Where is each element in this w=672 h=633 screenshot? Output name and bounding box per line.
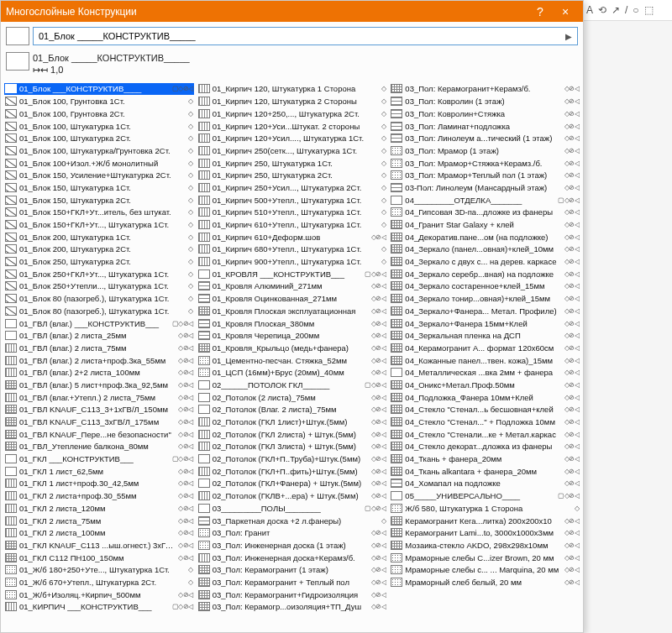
list-item[interactable]: 04_Зеркало состаренное+клей_15мм◇⊘◁ — [390, 280, 580, 293]
list-item[interactable]: 04_Ткань alkantara + фанера_20мм◇⊘◁ — [390, 465, 580, 478]
list-item[interactable]: 01_Ж/б 670+Утепл., Штукатурка 2Ст.◇ — [4, 576, 194, 589]
help-button[interactable]: ? — [528, 5, 553, 18]
list-item[interactable]: 04_Зеркало+Фанера... Метал. Профиле)◇⊘◁ — [390, 305, 580, 317]
list-item[interactable]: 01_Кирпич 120, Штукатурка 2 Стороны◇ — [197, 95, 387, 107]
list-item[interactable]: 01_Блок 80 (пазогреб.), Штукатурка 1Ст.◇ — [4, 305, 194, 317]
list-item[interactable]: 01_ГВЛ_Утепление балкона_80мм◇⊘◁ — [4, 441, 194, 453]
list-item[interactable]: 01_Блок 250+ГКЛ+Ут..., Штукатурка 1Ст.◇ — [4, 268, 194, 280]
list-item[interactable]: 01_Блок 200, Штукатурка 1Ст.◇ — [4, 231, 194, 243]
close-button[interactable]: × — [553, 5, 578, 18]
list-item[interactable]: 03_Паркетная доска +2 л.фанеры)◇ — [197, 515, 387, 527]
list-item[interactable]: 01_ГКЛ 1 лист+проф.30_42,5мм◇⊘◁ — [4, 478, 194, 490]
list-item[interactable]: 04_Декоратив.пане...ом (на подложке)◇⊘◁ — [390, 231, 580, 243]
list-item[interactable]: 01_ГКЛ ___КОНСТРУКТИВ___▢◇⊘◁ — [4, 453, 194, 465]
list-item[interactable]: 03_Пол: Ламинат+подложка◇⊘◁ — [390, 120, 580, 133]
list-item[interactable]: 01_Кирпич 250, Штукатурка 1Ст.◇ — [197, 157, 387, 170]
list-item[interactable]: 01_ГВЛ KNAUF_C113_3хГВ/Л_175мм◇⊘◁ — [4, 416, 194, 428]
list-item[interactable]: 01_ГВЛ (влаг.) 2+2 листа_100мм◇⊘◁ — [4, 366, 194, 379]
list-item[interactable]: Мраморные слебы C...izer Brown, 20 мм◇⊘◁ — [390, 552, 580, 564]
list-item[interactable]: 01_Кровля Оцинкованная_271мм◇⊘◁ — [197, 292, 387, 305]
list-item[interactable]: 01_Блок 150, Штукатурка 2Ст.◇ — [4, 194, 194, 207]
list-item[interactable]: 01_ГКЛ 1 лист_62,5мм◇⊘◁ — [4, 465, 194, 478]
list-item[interactable]: 04_Хомапал на подложке◇⊘◁ — [390, 478, 580, 490]
list-item[interactable]: 04_Зеркало (панел...овная)+клей_10мм◇⊘◁ — [390, 243, 580, 256]
list-item[interactable]: 04_Зеркало с двух с... на дерев. каркасе… — [390, 255, 580, 268]
list-item[interactable]: 03_Пол: Гранит◇⊘◁ — [197, 526, 387, 539]
list-item[interactable]: 01_ГВЛ KNAUF_C113_3+1хГВ/Л_150мм◇⊘◁ — [4, 403, 194, 416]
list-item[interactable]: 03_Пол: Мрамор+Стяжка+Керамз./б.◇⊘◁ — [390, 157, 580, 170]
list-item[interactable]: 01_ГКЛ 2 листа+проф.30_55мм◇⊘◁ — [4, 489, 194, 502]
list-item[interactable]: 03_Пол: Инженерная доска (1 этаж)◇⊘◁ — [197, 539, 387, 552]
list-item[interactable]: 02_Потолок (ГКЛ+Фанера) + Штук.(5мм)◇⊘◁ — [197, 478, 387, 490]
list-item[interactable]: 01_Блок 200, Штукатурка 2Ст.◇ — [4, 243, 194, 256]
list-item[interactable]: 01_Кирпич 250+Усил..., Штукатурка 2Ст.◇ — [197, 181, 387, 194]
list-item[interactable]: 01_Ж/б 180+250+Уте..., Штукатурка 1Ст.◇ — [4, 563, 194, 576]
list-item[interactable]: 01_Блок 100, Грунтовка 2Ст.◇ — [4, 107, 194, 120]
list-item[interactable]: 03_Пол: Мрамор (1 этаж)◇⊘◁ — [390, 144, 580, 157]
list-item[interactable]: 01_Кровля Плоская_380мм◇⊘◁ — [197, 317, 387, 330]
list-item[interactable]: 01_ГВЛ (влаг.) 2 листа_75мм◇⊘◁ — [4, 342, 194, 354]
bg-icon[interactable]: / — [625, 4, 627, 16]
list-item[interactable]: 01_Блок 250, Штукатурка 2Ст.◇ — [4, 255, 194, 268]
list-item[interactable]: Мозаика-стекло AKDO, 298х298х10мм◇⊘◁ — [390, 539, 580, 552]
list-item[interactable]: 01_ГВЛ (влаг.) 2 листа+проф.3ка_55мм◇⊘◁ — [4, 354, 194, 367]
list-item[interactable]: 01_Кирпич 610+Утепл., Штукатурка 1Ст.◇ — [197, 218, 387, 231]
bg-icon[interactable]: ⬚ — [644, 4, 654, 16]
list-item[interactable]: 04_Гипсовая 3D-па...дложке из фанеры◇⊘◁ — [390, 206, 580, 218]
list-item[interactable]: 01_Цементно-песчан. Стяжка_52мм◇⊘◁ — [197, 354, 387, 367]
list-item[interactable]: 04_Стекло декорат...дложка из фанеры◇⊘◁ — [390, 441, 580, 453]
list-item[interactable]: 04_Зеркальная пленка на ДСП◇⊘◁ — [390, 329, 580, 342]
list-item[interactable]: 01_КРОВЛЯ ___КОНСТРУКТИВ___▢◇⊘◁ — [197, 268, 387, 280]
list-item[interactable]: 01_Блок 100, Штукатурка/Грунтовка 2Ст.◇ — [4, 144, 194, 157]
list-item[interactable]: 01_Блок 100+Изол.+Ж/б монолитный◇ — [4, 157, 194, 170]
list-item[interactable]: 01_ЦСП (16мм)+Брус (20мм)_40мм◇⊘◁ — [197, 366, 387, 379]
list-item[interactable]: 02_Потолок (Влаг. 2 листа)_75мм◇⊘◁ — [197, 403, 387, 416]
list-item[interactable]: Мраморные слебы с... ... Marquina, 20 мм… — [390, 563, 580, 576]
list-item[interactable]: 01_ГКЛ 2 листа_120мм◇⊘◁ — [4, 502, 194, 515]
list-item[interactable]: 04_Зеркало+Фанера 15мм+Клей◇⊘◁ — [390, 317, 580, 330]
bg-icon[interactable]: ⟲ — [598, 4, 606, 16]
list-item[interactable]: 03_Пол: Керамогранит + Теплый пол◇⊘◁ — [197, 576, 387, 589]
list-item[interactable]: 03_Пол: Керамогранит+Керамз/б.◇⊘◁ — [390, 83, 580, 96]
list-item[interactable]: 03_Пол: Мрамор+Теплый пол (1 этаж)◇⊘◁ — [390, 169, 580, 181]
list-item[interactable]: 01_Кровля Черепица_200мм◇⊘◁ — [197, 329, 387, 342]
list-item[interactable]: 04_Стекло "Стенали...ке + Метал.каркас◇⊘… — [390, 428, 580, 441]
list-item[interactable]: 01_Блок 100, Грунтовка 1Ст.◇ — [4, 95, 194, 107]
list-item[interactable]: 01_Блок 150, Усиление+Штукатурка 2Ст.◇ — [4, 169, 194, 181]
list-item[interactable]: 02_Потолок (ГКЛ 2листа) + Штук.(5мм)◇⊘◁ — [197, 428, 387, 441]
list-item[interactable]: 01_Кирпич 610+Деформ.шов◇⊘◁ — [197, 231, 387, 243]
list-item[interactable]: 02______ПОТОЛОК ГКЛ______▢◇⊘◁ — [197, 379, 387, 391]
list-item[interactable]: 02_Потолок (ГКЛ+П..Труба)+Штук.(5мм)◇⊘◁ — [197, 453, 387, 465]
bg-icon[interactable]: ↗ — [612, 4, 620, 16]
list-item[interactable]: 04_Оникс+Метал.Проф.50мм◇⊘◁ — [390, 379, 580, 391]
list-item[interactable]: 01_Блок ___КОНСТРУКТИВ____▢◇⊘◁ — [4, 83, 194, 96]
list-item[interactable]: 01_ГВЛ KNAUF_Пере...не безопасности"◇⊘◁ — [4, 428, 194, 441]
list-item[interactable]: 02_Потолок (ГКЛ 1лист)+Штук.(5мм)◇⊘◁ — [197, 416, 387, 428]
list-item[interactable]: 01_Кровля Плоская эксплуатационная◇⊘◁ — [197, 305, 387, 317]
list-item[interactable]: 01_Блок 80 (пазогреб.), Штукатурка 1Ст.◇ — [4, 292, 194, 305]
list-item[interactable]: 01_Кирпич 120+Уси...Штукат. 2 стороны◇ — [197, 120, 387, 133]
list-item[interactable]: 01_Кровля_Крыльцо (медь+фанера)◇⊘◁ — [197, 342, 387, 354]
list-item[interactable]: 01_Кровля Алюминий_271мм◇⊘◁ — [197, 280, 387, 293]
list-item[interactable]: 03_Пол: Ковролин+Стяжка◇⊘◁ — [390, 107, 580, 120]
list-item[interactable]: 01_ГКЛ С112 ПН100_150мм◇⊘◁ — [4, 552, 194, 564]
list-item[interactable]: 01_Кирпич 250(сетк..., Штукатурка 1Ст.◇ — [197, 144, 387, 157]
list-item[interactable]: 01_ГВЛ (влаг.) 5 лист+проф.3ка_92,5мм◇⊘◁ — [4, 379, 194, 391]
list-item[interactable]: 01_Кирпич 500+Утепл., Штукатурка 1Ст.◇ — [197, 194, 387, 207]
list-item[interactable]: 04_Металлическая ...вка 2мм + фанера◇⊘◁ — [390, 366, 580, 379]
list-item[interactable]: 01_ГВЛ (влаг.) 2 листа_25мм◇⊘◁ — [4, 329, 194, 342]
list-item[interactable]: 01_Кирпич 120, Штукатурка 1 Сторона◇ — [197, 83, 387, 96]
list-item[interactable]: 01_ГВЛ (влаг.+Утепл.) 2 листа_75мм◇⊘◁ — [4, 391, 194, 404]
list-item[interactable]: 01_Ж/б+Изоляц.+Кирпич_500мм◇⊘◁ — [4, 589, 194, 601]
list-item[interactable]: 01_Кирпич 680+Утепл., Штукатурка 1Ст.◇ — [197, 243, 387, 256]
list-item[interactable]: 01_Кирпич 120+Усил...., Штукатурка 1Ст.◇ — [197, 132, 387, 144]
list-item[interactable]: 03-Пол: Линолеум (Мансардный этаж)◇⊘◁ — [390, 181, 580, 194]
list-item[interactable]: 04_Кожанные панел...твен. кожа)_15мм◇⊘◁ — [390, 354, 580, 367]
list-item[interactable]: 02_Потолок (2 листа)_75мм◇⊘◁ — [197, 391, 387, 404]
composite-select[interactable]: 01_Блок _____КОНСТРУКТИВ_____ ▶ — [33, 27, 578, 45]
list-item[interactable]: 01_Блок 150, Штукатурка 1Ст.◇ — [4, 181, 194, 194]
list-item[interactable]: 01_Блок 100, Штукатурка 1Ст.◇ — [4, 120, 194, 133]
list-item[interactable]: 01_ГКЛ 2 листа_100мм◇⊘◁ — [4, 526, 194, 539]
list-item[interactable]: 01_Блок 250+Утепли..., Штукатурка 1Ст.◇ — [4, 280, 194, 293]
bg-icon[interactable]: ○ — [633, 4, 638, 16]
